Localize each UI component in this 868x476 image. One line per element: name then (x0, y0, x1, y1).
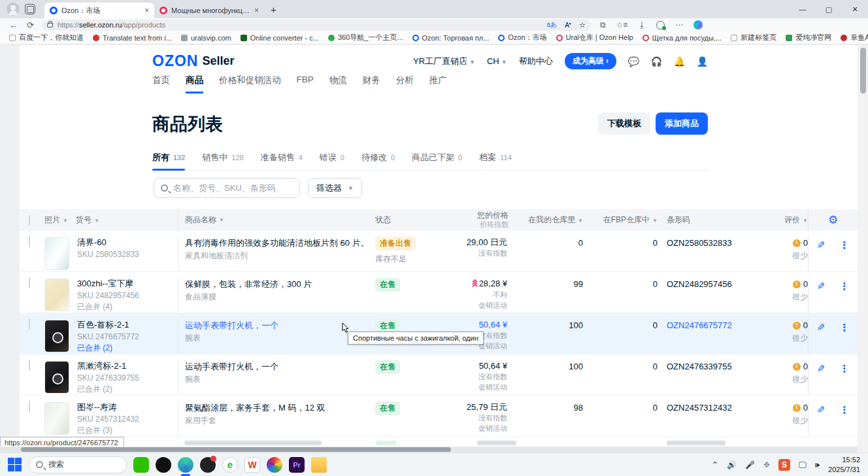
tab-to-fix[interactable]: 待修改0 (361, 152, 395, 163)
browser-essentials-icon[interactable] (656, 21, 665, 29)
row-checkbox[interactable] (29, 236, 30, 247)
vertical-scrollbar[interactable] (858, 45, 868, 452)
ozon-logo[interactable]: OZON (152, 52, 198, 70)
address-bar[interactable]: https://seller.ozon.ru/app/products aあ A… (42, 20, 591, 31)
product-name[interactable]: 运动手表带打火机，一个 (185, 360, 375, 373)
bookmark-item[interactable]: Щетка для посуды,... (643, 34, 722, 42)
product-name[interactable]: 保鲜膜，包装，非常经济，300 片 (185, 278, 375, 291)
filter-button[interactable]: 筛选器▼ (308, 178, 362, 198)
chat-icon[interactable]: 💬 (628, 56, 639, 67)
tab-delisted[interactable]: 商品已下架0 (412, 152, 462, 163)
col-photo[interactable]: 照片▼ (44, 214, 76, 226)
remote-app-icon[interactable]: ✥ (763, 460, 770, 469)
promo-note[interactable]: 促销活动 (461, 301, 507, 311)
tab-product-page[interactable]: Мощные многофункциональнь × (154, 3, 264, 18)
table-row[interactable]: 图岑--寿涛 SKU 2457312432 已合并 (3) 聚氨酯涂层，家务手套… (20, 396, 858, 437)
nav-home[interactable]: 首页 (152, 75, 170, 94)
speaker-icon[interactable]: 🔊 (727, 460, 737, 469)
tab-all[interactable]: 所有132 (152, 152, 185, 163)
add-product-button[interactable]: 添加商品 (656, 112, 708, 135)
lock-icon[interactable] (47, 23, 53, 27)
collections-icon[interactable]: ☆≡ (616, 20, 627, 29)
new-tab-button[interactable]: + (271, 4, 276, 15)
wechat-icon[interactable] (133, 457, 149, 473)
notification-app-icon[interactable] (200, 457, 216, 473)
volume-icon[interactable]: 🕪 (815, 460, 820, 469)
bookmark-item[interactable]: 章鱼AI (841, 33, 868, 42)
product-thumbnail[interactable] (44, 237, 69, 270)
merged-label[interactable]: 已合并 (3) (77, 425, 178, 436)
back-icon[interactable]: ← (9, 20, 18, 30)
merged-label[interactable]: 已合并 (2) (77, 384, 178, 395)
qq-icon[interactable] (156, 457, 171, 473)
row-checkbox[interactable] (29, 401, 30, 412)
nav-analytics[interactable]: 分析 (396, 75, 414, 94)
favorite-star-icon[interactable]: ☆ (579, 21, 586, 29)
edit-pencil-icon[interactable]: ✎ (817, 239, 826, 271)
bookmark-item[interactable]: 新建标签页 (731, 33, 776, 42)
language-selector[interactable]: CH▼ (487, 56, 507, 66)
table-row[interactable]: 300zhi--宝下摩 SKU 2482957456 已合并 (4) 保鲜膜，包… (20, 272, 858, 313)
refresh-icon[interactable]: ⟳ (27, 20, 34, 30)
account-icon[interactable]: 👤 (697, 56, 708, 67)
read-aloud-icon[interactable]: A❜ (565, 22, 571, 29)
product-search[interactable] (154, 178, 300, 198)
display-device-icon[interactable]: 🖵 (799, 460, 807, 469)
help-center-link[interactable]: 帮助中心 (519, 56, 553, 67)
table-settings-gear-icon[interactable]: ⚙ (828, 213, 838, 227)
col-fbp-warehouse[interactable]: 在FBP仓库中▼ (583, 214, 658, 226)
edit-pencil-icon[interactable]: ✎ (817, 363, 826, 396)
translate-icon[interactable]: aあ (546, 20, 557, 29)
browser-profile-icon[interactable] (7, 3, 20, 16)
edit-pencil-icon[interactable]: ✎ (817, 404, 826, 437)
edit-pencil-icon[interactable]: ✎ (817, 280, 826, 313)
nav-pricing[interactable]: 价格和促销活动 (219, 75, 281, 94)
settings-more-icon[interactable]: ⋯ (675, 20, 683, 29)
product-thumbnail[interactable] (44, 279, 69, 311)
tab-ready[interactable]: 准备销售4 (261, 152, 303, 163)
premiere-icon[interactable]: Pr (289, 457, 305, 473)
nav-logistics[interactable]: 物流 (329, 75, 347, 94)
store-selector[interactable]: YR工厂直销店▼ (413, 56, 475, 67)
col-my-warehouse[interactable]: 在我的仓库里▼ (509, 214, 583, 226)
split-screen-icon[interactable]: ⧉ (600, 20, 606, 29)
bookmark-item[interactable]: 爱纯净官网 (786, 33, 831, 42)
tray-expand-icon[interactable]: ⌃ (712, 460, 718, 469)
tab-selling[interactable]: 销售中128 (202, 152, 243, 163)
merged-label[interactable]: 已合并 (4) (77, 301, 178, 313)
file-explorer-icon[interactable] (311, 457, 327, 473)
bookmark-item[interactable]: Ozon：市场 (498, 33, 546, 42)
downloads-icon[interactable]: ⭳ (638, 20, 646, 29)
table-row[interactable]: 黑漱湾标-2-1 SKU 2476339755 已合并 (2) 运动手表带打火机… (20, 354, 858, 396)
bookmark-item[interactable]: Translate text from i... (93, 34, 172, 42)
promo-note[interactable]: 促销活动 (461, 424, 507, 434)
product-thumbnail[interactable] (44, 402, 69, 435)
workspaces-icon[interactable] (25, 4, 35, 14)
select-all-checkbox[interactable] (29, 215, 30, 226)
minimize-button[interactable]: — (790, 0, 816, 18)
row-checkbox[interactable] (29, 277, 30, 288)
copilot-icon[interactable] (693, 20, 703, 29)
row-more-icon[interactable]: ⋮ (839, 363, 849, 396)
row-more-icon[interactable]: ⋮ (839, 404, 849, 437)
edge-browser-icon[interactable] (178, 457, 193, 473)
row-more-icon[interactable]: ⋮ (839, 239, 849, 271)
become-premium-button[interactable]: 成为高级 › (565, 53, 616, 69)
product-thumbnail[interactable] (44, 361, 69, 394)
merged-label[interactable]: 已合并 (2) (77, 343, 178, 354)
row-checkbox[interactable] (29, 360, 30, 371)
row-checkbox[interactable] (29, 318, 30, 330)
scrollbar-thumb[interactable] (860, 48, 866, 94)
promo-note[interactable]: 促销活动 (461, 382, 507, 392)
row-more-icon[interactable]: ⋮ (839, 322, 849, 354)
col-rating[interactable]: 评价▼ (765, 214, 808, 226)
nav-finance[interactable]: 财务 (363, 75, 380, 94)
wps-icon[interactable]: W (244, 457, 260, 473)
download-template-button[interactable]: 下载模板 (598, 112, 650, 135)
tab-ozon-market[interactable]: Ozon：市场 × (44, 3, 154, 18)
maximize-button[interactable]: ▢ (816, 0, 842, 18)
close-tab-icon[interactable]: × (254, 6, 259, 15)
product-thumbnail[interactable] (44, 320, 69, 352)
pinwheel-browser-icon[interactable] (267, 457, 282, 473)
close-tab-icon[interactable]: × (144, 6, 149, 15)
